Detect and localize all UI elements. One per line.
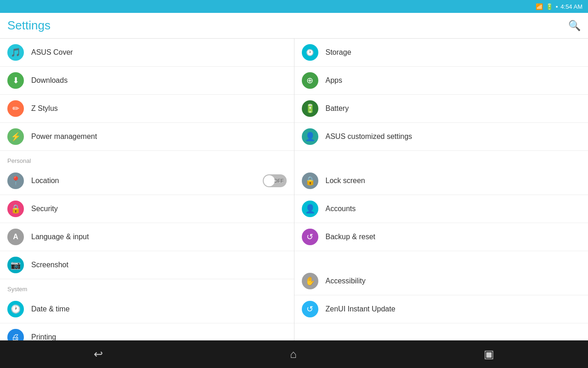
sidebar-item-location[interactable]: 📍 Location OFF	[0, 167, 294, 195]
sidebar-item-screenshot[interactable]: 📷 Screenshot	[0, 251, 294, 279]
date-time-icon: 🕐	[7, 301, 24, 317]
asus-custom-icon: 👤	[302, 128, 318, 145]
security-label: Security	[31, 205, 287, 213]
app-title: Settings	[7, 18, 51, 33]
sidebar-item-z-stylus[interactable]: ✏ Z Stylus	[0, 95, 294, 123]
home-button[interactable]: ⌂	[279, 344, 308, 364]
settings-area: 🎵 ASUS Cover ⬇ Downloads ✏ Z Stylus ⚡ Po…	[0, 39, 588, 368]
storage-label: Storage	[326, 48, 581, 57]
main-content: 🎵 ASUS Cover ⬇ Downloads ✏ Z Stylus ⚡ Po…	[0, 39, 588, 368]
asus-cover-label: ASUS Cover	[31, 48, 287, 57]
wifi-icon: 📶	[536, 3, 543, 10]
sidebar-item-backup-reset[interactable]: ↺ Backup & reset	[294, 223, 588, 251]
storage-icon: 🕐	[302, 44, 318, 61]
power-management-label: Power management	[31, 132, 287, 141]
sidebar-item-accessibility[interactable]: ✋ Accessibility	[294, 267, 588, 295]
security-icon: 🔒	[7, 201, 24, 217]
z-stylus-label: Z Stylus	[31, 104, 287, 113]
battery-icon: ▪	[556, 3, 558, 10]
downloads-label: Downloads	[31, 76, 287, 85]
sidebar-item-downloads[interactable]: ⬇ Downloads	[0, 67, 294, 95]
accessibility-icon: ✋	[302, 273, 318, 289]
asus-custom-label: ASUS customized settings	[326, 132, 581, 141]
battery-icon: 🔋	[302, 100, 318, 117]
location-toggle[interactable]: OFF	[263, 174, 287, 187]
sidebar-item-zenui-update[interactable]: ↺ ZenUI Instant Update	[294, 295, 588, 323]
personal-section-header: Personal	[0, 151, 294, 167]
asus-cover-icon: 🎵	[7, 44, 24, 61]
date-time-label: Date & time	[31, 305, 287, 313]
downloads-icon: ⬇	[7, 72, 24, 89]
bottom-nav: ↩ ⌂ ▣	[0, 340, 588, 368]
toggle-label: OFF	[274, 178, 284, 184]
accounts-icon: 👤	[302, 201, 318, 217]
sidebar-item-storage[interactable]: 🕐 Storage	[294, 39, 588, 67]
sidebar-item-language-input[interactable]: A Language & input	[0, 223, 294, 251]
power-management-icon: ⚡	[7, 128, 24, 145]
recents-button[interactable]: ▣	[473, 344, 505, 364]
apps-label: Apps	[326, 76, 581, 85]
screenshot-label: Screenshot	[31, 261, 287, 269]
apps-icon: ⊕	[302, 72, 318, 89]
zenui-update-label: ZenUI Instant Update	[326, 305, 581, 313]
top-bar: Settings 🔍	[0, 13, 588, 39]
system-section-header: System	[0, 279, 294, 295]
accessibility-label: Accessibility	[326, 277, 581, 285]
battery-label: Battery	[326, 104, 581, 113]
screenshot-icon: 📷	[7, 257, 24, 273]
search-button[interactable]: 🔍	[568, 20, 581, 32]
sidebar-item-accounts[interactable]: 👤 Accounts	[294, 195, 588, 223]
left-column: 🎵 ASUS Cover ⬇ Downloads ✏ Z Stylus ⚡ Po…	[0, 39, 294, 368]
status-bar: 📶 🔋 ▪ 4:54 AM	[0, 0, 588, 13]
sidebar-item-battery[interactable]: 🔋 Battery	[294, 95, 588, 123]
location-icon: 📍	[7, 172, 24, 189]
language-icon: A	[7, 229, 24, 245]
back-button[interactable]: ↩	[83, 344, 114, 364]
sidebar-item-security[interactable]: 🔒 Security	[0, 195, 294, 223]
sidebar-item-power-management[interactable]: ⚡ Power management	[0, 123, 294, 151]
battery-charging-icon: 🔋	[546, 3, 553, 10]
backup-reset-label: Backup & reset	[326, 233, 581, 241]
lock-screen-icon: 🔒	[302, 172, 318, 189]
sidebar-item-apps[interactable]: ⊕ Apps	[294, 67, 588, 95]
right-system-spacer: System	[294, 251, 588, 267]
accounts-label: Accounts	[326, 205, 581, 213]
right-personal-spacer: Personal	[294, 151, 588, 167]
sidebar-item-date-time[interactable]: 🕐 Date & time	[0, 295, 294, 323]
zenui-update-icon: ↺	[302, 301, 318, 317]
sidebar-item-asus-custom[interactable]: 👤 ASUS customized settings	[294, 123, 588, 151]
backup-reset-icon: ↺	[302, 229, 318, 245]
z-stylus-icon: ✏	[7, 100, 24, 117]
right-column: 🕐 Storage ⊕ Apps 🔋 Battery 👤 ASUS custom…	[294, 39, 588, 368]
location-label: Location	[31, 177, 263, 185]
status-time: 4:54 AM	[560, 3, 582, 10]
lock-screen-label: Lock screen	[326, 177, 581, 185]
sidebar-item-lock-screen[interactable]: 🔒 Lock screen	[294, 167, 588, 195]
language-label: Language & input	[31, 233, 287, 241]
sidebar-item-asus-cover[interactable]: 🎵 ASUS Cover	[0, 39, 294, 67]
